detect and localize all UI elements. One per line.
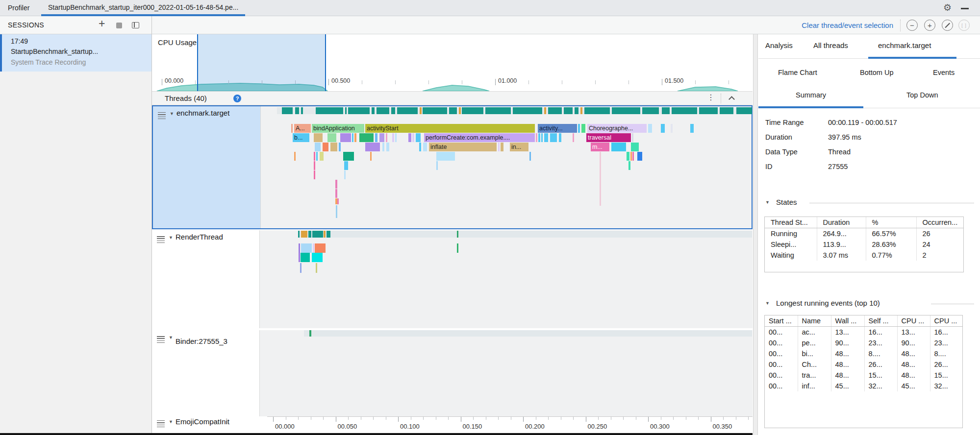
chevron-up-icon[interactable] bbox=[729, 96, 735, 102]
table-row[interactable]: 00...ac...13...16...13...16... bbox=[765, 327, 963, 338]
table-cell[interactable]: 23... bbox=[864, 338, 897, 348]
trace-segment[interactable] bbox=[282, 107, 293, 114]
trace-segment[interactable] bbox=[314, 161, 315, 170]
trace-segment[interactable] bbox=[370, 152, 372, 161]
trace-segment[interactable] bbox=[436, 161, 438, 170]
table-cell[interactable]: bi... bbox=[798, 348, 831, 359]
trace-segment[interactable] bbox=[548, 107, 562, 114]
trace-segment[interactable] bbox=[391, 107, 395, 114]
stop-icon[interactable] bbox=[116, 23, 122, 28]
table-row[interactable]: Waiting3.07 ms0.77%2 bbox=[765, 250, 964, 261]
trace-segment[interactable] bbox=[314, 133, 323, 142]
column-header[interactable]: Thread St... bbox=[765, 217, 817, 228]
trace-segment[interactable] bbox=[344, 170, 346, 179]
trace-segment[interactable] bbox=[312, 253, 323, 262]
trace-segment[interactable] bbox=[314, 170, 315, 179]
tab-summary[interactable]: Summary bbox=[796, 91, 826, 99]
trace-segment[interactable] bbox=[337, 198, 339, 204]
states-section-header[interactable]: ▼ States bbox=[758, 198, 980, 209]
table-cell[interactable]: 00... bbox=[765, 327, 798, 338]
trace-segment[interactable] bbox=[295, 107, 299, 114]
table-cell[interactable]: 48... bbox=[897, 370, 930, 381]
trace-segment[interactable] bbox=[344, 161, 348, 170]
trace-segment[interactable] bbox=[313, 243, 314, 253]
tab-events[interactable]: Events bbox=[933, 69, 955, 76]
column-header[interactable]: % bbox=[866, 217, 916, 228]
table-cell[interactable]: 00... bbox=[765, 370, 798, 381]
trace-segment[interactable] bbox=[661, 124, 665, 133]
panel-splitter[interactable] bbox=[753, 34, 758, 435]
kebab-menu-icon[interactable]: ⋮ bbox=[707, 93, 715, 102]
trace-segment[interactable] bbox=[348, 107, 370, 114]
table-cell[interactable]: 00... bbox=[765, 359, 798, 370]
zoom-out-button[interactable]: − bbox=[906, 20, 918, 31]
trace-segment[interactable] bbox=[316, 152, 318, 161]
column-header[interactable]: Start ... bbox=[765, 315, 798, 327]
table-cell[interactable]: 15... bbox=[930, 370, 963, 381]
trace-segment[interactable] bbox=[327, 231, 330, 238]
table-cell[interactable]: 90... bbox=[897, 338, 930, 348]
collapse-panel-icon[interactable] bbox=[132, 22, 139, 28]
minimize-icon[interactable] bbox=[961, 8, 969, 9]
column-header[interactable]: Self ... bbox=[864, 315, 897, 327]
table-cell[interactable]: 13... bbox=[831, 327, 864, 338]
trace-event[interactable]: inflate bbox=[429, 143, 497, 151]
trace-segment[interactable] bbox=[416, 133, 421, 142]
table-cell[interactable]: 15... bbox=[864, 370, 897, 381]
trace-segment[interactable] bbox=[529, 152, 531, 161]
table-cell[interactable]: 66.57% bbox=[866, 228, 916, 240]
trace-segment[interactable] bbox=[315, 143, 321, 151]
trace-segment[interactable] bbox=[420, 107, 422, 114]
table-cell[interactable]: tra... bbox=[798, 370, 831, 381]
table-row[interactable]: 00...Ch...48...26...48...26... bbox=[765, 359, 963, 370]
trace-segment[interactable] bbox=[671, 124, 673, 133]
tab-enchmark-target[interactable]: enchmark.target bbox=[878, 41, 931, 49]
trace-segment[interactable] bbox=[299, 253, 300, 262]
table-cell[interactable]: 8.... bbox=[864, 348, 897, 359]
table-cell[interactable]: 264.9... bbox=[817, 228, 866, 240]
trace-segment[interactable] bbox=[632, 152, 634, 161]
trace-segment[interactable] bbox=[575, 107, 578, 114]
table-cell[interactable]: 28.63% bbox=[866, 239, 916, 250]
table-cell[interactable]: 3.07 ms bbox=[817, 250, 866, 261]
tab-bottom-up[interactable]: Bottom Up bbox=[860, 69, 894, 76]
tab-analysis[interactable]: Analysis bbox=[765, 41, 793, 49]
table-cell[interactable]: Ch... bbox=[798, 359, 831, 370]
table-cell[interactable]: 23... bbox=[930, 338, 963, 348]
table-cell[interactable]: 45... bbox=[897, 381, 930, 391]
trace-segment[interactable] bbox=[412, 133, 414, 142]
trace-segment[interactable] bbox=[631, 143, 639, 151]
table-cell[interactable]: 32... bbox=[930, 381, 963, 391]
trace-segment[interactable] bbox=[335, 180, 337, 189]
trace-segment[interactable] bbox=[457, 231, 458, 238]
trace-segment[interactable] bbox=[386, 133, 387, 142]
tab-trace-file[interactable]: StartupBenchmark_startup_iter000_2022-01… bbox=[41, 0, 245, 16]
trace-segment[interactable] bbox=[339, 143, 341, 151]
trace-segment[interactable] bbox=[457, 243, 458, 253]
trace-segment[interactable] bbox=[395, 133, 397, 142]
trace-segment[interactable] bbox=[312, 231, 323, 238]
trace-segment[interactable] bbox=[544, 107, 546, 114]
trace-segment[interactable] bbox=[628, 161, 630, 170]
trace-segment[interactable] bbox=[375, 133, 377, 142]
table-cell[interactable]: 48... bbox=[831, 370, 864, 381]
trace-segment[interactable] bbox=[301, 107, 303, 114]
trace-segment[interactable] bbox=[397, 107, 418, 114]
trace-segment[interactable] bbox=[298, 231, 300, 238]
table-row[interactable]: 00...inf...45...32...45...32... bbox=[765, 381, 963, 391]
tab-top-down[interactable]: Top Down bbox=[906, 91, 938, 99]
trace-segment[interactable] bbox=[304, 330, 752, 337]
trace-segment[interactable] bbox=[578, 124, 580, 133]
trace-segment[interactable] bbox=[323, 143, 328, 151]
table-cell[interactable]: 24 bbox=[916, 239, 964, 250]
trace-segment[interactable] bbox=[379, 133, 384, 142]
trace-segment[interactable] bbox=[291, 124, 293, 133]
trace-segment[interactable] bbox=[699, 107, 718, 114]
table-cell[interactable]: 32... bbox=[864, 381, 897, 391]
table-cell[interactable]: 2 bbox=[916, 250, 964, 261]
trace-segment[interactable] bbox=[299, 243, 300, 253]
trace-segment[interactable] bbox=[345, 107, 347, 114]
table-cell[interactable]: 16... bbox=[864, 327, 897, 338]
reset-zoom-button[interactable] bbox=[942, 20, 953, 31]
column-header[interactable]: Occurren... bbox=[916, 217, 964, 228]
